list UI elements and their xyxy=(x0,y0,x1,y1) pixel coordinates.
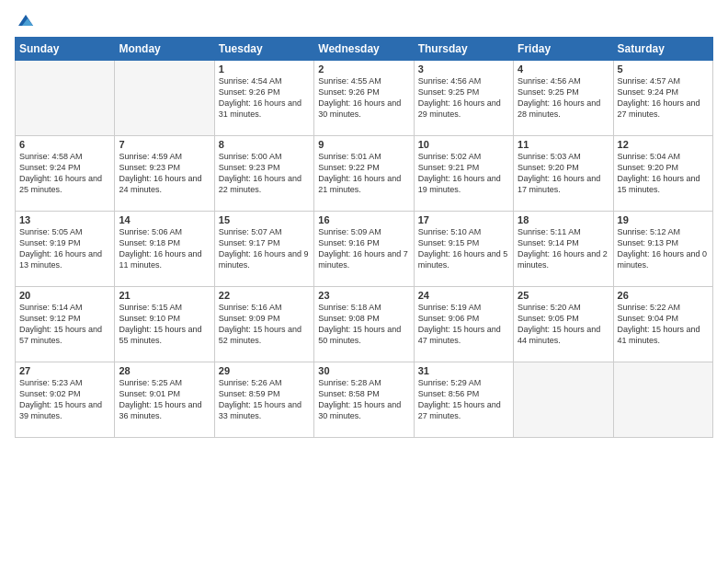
column-header-thursday: Thursday xyxy=(414,38,513,61)
calendar-cell xyxy=(16,61,115,136)
day-info: Sunrise: 4:56 AMSunset: 9:25 PMDaylight:… xyxy=(518,75,609,121)
day-number: 23 xyxy=(318,290,409,301)
day-info: Sunrise: 5:16 AMSunset: 9:09 PMDaylight:… xyxy=(219,302,310,347)
day-info: Sunrise: 5:19 AMSunset: 9:06 PMDaylight:… xyxy=(418,302,509,347)
calendar-cell: 9Sunrise: 5:01 AMSunset: 9:22 PMDaylight… xyxy=(314,136,414,212)
calendar-cell: 30Sunrise: 5:28 AMSunset: 8:58 PMDayligh… xyxy=(314,362,414,438)
day-info: Sunrise: 5:05 AMSunset: 9:19 PMDaylight:… xyxy=(19,226,110,271)
day-info: Sunrise: 5:04 AMSunset: 9:20 PMDaylight:… xyxy=(618,151,709,196)
logo xyxy=(15,11,35,29)
day-info: Sunrise: 5:12 AMSunset: 9:13 PMDaylight:… xyxy=(618,226,709,271)
day-info: Sunrise: 5:06 AMSunset: 9:18 PMDaylight:… xyxy=(119,226,210,271)
calendar-cell: 2Sunrise: 4:55 AMSunset: 9:26 PMDaylight… xyxy=(314,61,414,136)
day-info: Sunrise: 5:28 AMSunset: 8:58 PMDaylight:… xyxy=(318,377,409,422)
day-info: Sunrise: 4:56 AMSunset: 9:25 PMDaylight:… xyxy=(418,75,509,121)
column-header-wednesday: Wednesday xyxy=(314,38,414,61)
day-number: 4 xyxy=(518,63,609,75)
day-number: 20 xyxy=(19,290,110,301)
calendar-cell: 6Sunrise: 4:58 AMSunset: 9:24 PMDaylight… xyxy=(16,136,115,212)
day-number: 18 xyxy=(518,214,609,225)
day-number: 9 xyxy=(318,139,409,150)
day-number: 29 xyxy=(219,365,310,376)
week-row-1: 1Sunrise: 4:54 AMSunset: 9:26 PMDaylight… xyxy=(16,61,713,136)
calendar-cell xyxy=(613,362,712,438)
header xyxy=(15,11,713,29)
day-info: Sunrise: 5:23 AMSunset: 9:02 PMDaylight:… xyxy=(19,377,110,422)
calendar-cell: 28Sunrise: 5:25 AMSunset: 9:01 PMDayligh… xyxy=(115,362,214,438)
day-info: Sunrise: 4:59 AMSunset: 9:23 PMDaylight:… xyxy=(119,151,210,196)
calendar-cell: 17Sunrise: 5:10 AMSunset: 9:15 PMDayligh… xyxy=(414,212,513,287)
header-row: SundayMondayTuesdayWednesdayThursdayFrid… xyxy=(16,38,713,61)
calendar-cell: 1Sunrise: 4:54 AMSunset: 9:26 PMDaylight… xyxy=(214,61,313,136)
day-number: 3 xyxy=(418,63,509,75)
calendar-cell: 11Sunrise: 5:03 AMSunset: 9:20 PMDayligh… xyxy=(514,136,613,212)
day-info: Sunrise: 5:01 AMSunset: 9:22 PMDaylight:… xyxy=(318,151,409,196)
logo-icon xyxy=(17,11,35,29)
day-number: 31 xyxy=(418,365,509,376)
day-number: 19 xyxy=(618,214,709,225)
column-header-saturday: Saturday xyxy=(613,38,712,61)
week-row-4: 20Sunrise: 5:14 AMSunset: 9:12 PMDayligh… xyxy=(16,287,713,362)
week-row-2: 6Sunrise: 4:58 AMSunset: 9:24 PMDaylight… xyxy=(16,136,713,212)
calendar-cell: 23Sunrise: 5:18 AMSunset: 9:08 PMDayligh… xyxy=(314,287,414,362)
day-info: Sunrise: 5:15 AMSunset: 9:10 PMDaylight:… xyxy=(119,302,210,347)
day-number: 24 xyxy=(418,290,509,301)
calendar-cell: 22Sunrise: 5:16 AMSunset: 9:09 PMDayligh… xyxy=(214,287,313,362)
week-row-5: 27Sunrise: 5:23 AMSunset: 9:02 PMDayligh… xyxy=(16,362,713,438)
calendar-cell: 19Sunrise: 5:12 AMSunset: 9:13 PMDayligh… xyxy=(613,212,712,287)
day-number: 15 xyxy=(219,214,310,225)
day-info: Sunrise: 4:58 AMSunset: 9:24 PMDaylight:… xyxy=(19,151,110,196)
calendar-cell: 15Sunrise: 5:07 AMSunset: 9:17 PMDayligh… xyxy=(214,212,313,287)
day-info: Sunrise: 4:55 AMSunset: 9:26 PMDaylight:… xyxy=(318,75,409,121)
day-info: Sunrise: 5:03 AMSunset: 9:20 PMDaylight:… xyxy=(518,151,609,196)
day-number: 27 xyxy=(19,365,110,376)
day-number: 28 xyxy=(119,365,210,376)
calendar-cell: 13Sunrise: 5:05 AMSunset: 9:19 PMDayligh… xyxy=(16,212,115,287)
page: SundayMondayTuesdayWednesdayThursdayFrid… xyxy=(0,0,728,563)
calendar-cell: 25Sunrise: 5:20 AMSunset: 9:05 PMDayligh… xyxy=(514,287,613,362)
calendar-cell: 8Sunrise: 5:00 AMSunset: 9:23 PMDaylight… xyxy=(214,136,313,212)
day-info: Sunrise: 5:10 AMSunset: 9:15 PMDaylight:… xyxy=(418,226,509,271)
calendar-cell: 26Sunrise: 5:22 AMSunset: 9:04 PMDayligh… xyxy=(613,287,712,362)
calendar-cell: 24Sunrise: 5:19 AMSunset: 9:06 PMDayligh… xyxy=(414,287,513,362)
calendar-cell: 20Sunrise: 5:14 AMSunset: 9:12 PMDayligh… xyxy=(16,287,115,362)
day-number: 5 xyxy=(618,63,709,75)
day-number: 12 xyxy=(618,139,709,150)
day-number: 6 xyxy=(19,139,110,150)
column-header-monday: Monday xyxy=(115,38,214,61)
day-info: Sunrise: 5:20 AMSunset: 9:05 PMDaylight:… xyxy=(518,302,609,347)
day-number: 17 xyxy=(418,214,509,225)
calendar-cell: 4Sunrise: 4:56 AMSunset: 9:25 PMDaylight… xyxy=(514,61,613,136)
calendar-cell: 18Sunrise: 5:11 AMSunset: 9:14 PMDayligh… xyxy=(514,212,613,287)
calendar-cell: 31Sunrise: 5:29 AMSunset: 8:56 PMDayligh… xyxy=(414,362,513,438)
calendar-cell: 12Sunrise: 5:04 AMSunset: 9:20 PMDayligh… xyxy=(613,136,712,212)
day-info: Sunrise: 5:14 AMSunset: 9:12 PMDaylight:… xyxy=(19,302,110,347)
calendar-cell xyxy=(514,362,613,438)
day-info: Sunrise: 4:54 AMSunset: 9:26 PMDaylight:… xyxy=(219,75,310,121)
calendar-cell: 7Sunrise: 4:59 AMSunset: 9:23 PMDaylight… xyxy=(115,136,214,212)
day-number: 11 xyxy=(518,139,609,150)
day-number: 13 xyxy=(19,214,110,225)
day-number: 22 xyxy=(219,290,310,301)
column-header-friday: Friday xyxy=(514,38,613,61)
day-info: Sunrise: 5:11 AMSunset: 9:14 PMDaylight:… xyxy=(518,226,609,271)
day-info: Sunrise: 5:07 AMSunset: 9:17 PMDaylight:… xyxy=(219,226,310,271)
day-number: 7 xyxy=(119,139,210,150)
day-info: Sunrise: 5:00 AMSunset: 9:23 PMDaylight:… xyxy=(219,151,310,196)
day-number: 10 xyxy=(418,139,509,150)
day-number: 14 xyxy=(119,214,210,225)
calendar-cell: 10Sunrise: 5:02 AMSunset: 9:21 PMDayligh… xyxy=(414,136,513,212)
day-number: 26 xyxy=(618,290,709,301)
day-number: 21 xyxy=(119,290,210,301)
column-header-sunday: Sunday xyxy=(16,38,115,61)
day-info: Sunrise: 5:09 AMSunset: 9:16 PMDaylight:… xyxy=(318,226,409,271)
day-number: 16 xyxy=(318,214,409,225)
calendar-cell xyxy=(115,61,214,136)
day-number: 1 xyxy=(219,63,310,75)
day-info: Sunrise: 4:57 AMSunset: 9:24 PMDaylight:… xyxy=(618,75,709,121)
week-row-3: 13Sunrise: 5:05 AMSunset: 9:19 PMDayligh… xyxy=(16,212,713,287)
day-number: 30 xyxy=(318,365,409,376)
column-header-tuesday: Tuesday xyxy=(214,38,313,61)
calendar-cell: 16Sunrise: 5:09 AMSunset: 9:16 PMDayligh… xyxy=(314,212,414,287)
calendar-cell: 5Sunrise: 4:57 AMSunset: 9:24 PMDaylight… xyxy=(613,61,712,136)
